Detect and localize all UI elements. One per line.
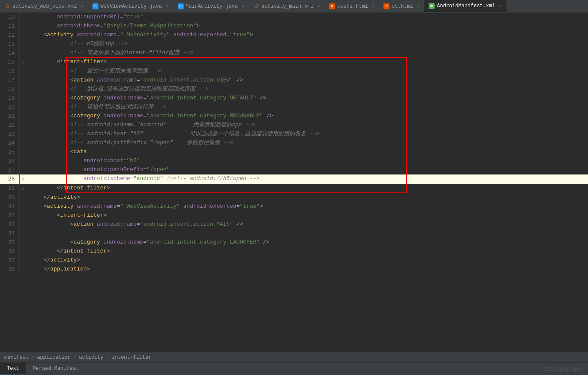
tab-bar: ⬡ activity_web_view.xml ✕ C WebViewActiv… xyxy=(0,0,588,13)
tab-text-label: Text xyxy=(7,366,19,372)
gutter xyxy=(19,94,27,103)
line-number: 11 xyxy=(0,22,19,31)
tab-close-icon[interactable]: ✕ xyxy=(81,3,84,9)
breadcrumb-item: manifest xyxy=(4,355,29,360)
table-row: 14 <!-- 需要添加下面的intent-filter配置 --> xyxy=(0,49,588,58)
code-line xyxy=(27,229,588,238)
tab-mainactivity[interactable]: C MainActivity.java ✕ xyxy=(173,0,249,13)
tab-activity-main[interactable]: ⬡ activity_main.xml ✕ xyxy=(249,0,325,13)
gutter xyxy=(19,229,27,238)
table-row: 15 ◇ <intent-filter> xyxy=(0,58,588,67)
code-line: <!-- h5跳转app --> xyxy=(27,40,588,49)
line-number: 15 xyxy=(0,58,19,67)
gutter xyxy=(19,193,27,202)
code-line: <!-- 需要添加下面的intent-filter配置 --> xyxy=(27,49,588,58)
table-row: 27 android:pathPrefix="/open" xyxy=(0,166,588,174)
tab-close-icon[interactable]: ✕ xyxy=(417,3,420,9)
line-number: 23 xyxy=(0,130,19,139)
line-number: 36 xyxy=(0,247,19,256)
code-line: <intent-filter> xyxy=(27,58,588,67)
line-number: 25 xyxy=(0,148,19,157)
gutter xyxy=(19,139,27,148)
gutter xyxy=(19,103,27,112)
table-row: 34 xyxy=(0,229,588,238)
tab-androidmanifest[interactable]: MF AndroidManifest.xml ✕ xyxy=(424,0,506,13)
table-row: 25 <data xyxy=(0,148,588,157)
gutter: ◇ xyxy=(19,174,27,184)
table-row: 30 </activity> xyxy=(0,193,588,202)
tab-close-icon[interactable]: ✕ xyxy=(372,3,375,9)
gutter xyxy=(19,202,27,211)
line-number: 24 xyxy=(0,139,19,148)
table-row: 31 <activity android:name=".WebViewActiv… xyxy=(0,202,588,211)
manifest-icon: MF xyxy=(429,3,435,9)
tab-close-icon[interactable]: ✕ xyxy=(166,3,169,9)
table-row: 24 <!-- android:pathPrefix="/open" 参数路径前… xyxy=(0,139,588,148)
code-line: <!-- android:host="h5" 可以当成是一个域名，这边建议使用应… xyxy=(27,130,588,139)
table-row: 36 </intent-filter> xyxy=(0,247,588,256)
line-number: 10 xyxy=(0,13,19,22)
line-number: 14 xyxy=(0,49,19,58)
tab-close-icon[interactable]: ✕ xyxy=(499,3,502,9)
table-row: 10 android:supportsRtl="true" xyxy=(0,13,588,22)
line-number: 19 xyxy=(0,94,19,103)
gutter xyxy=(19,76,27,85)
tab-label: MainActivity.java xyxy=(186,3,238,9)
code-line: android:theme="@style/Theme.MyApplicatio… xyxy=(27,22,588,31)
gutter: ◇ xyxy=(19,184,27,193)
tab-close-icon[interactable]: ✕ xyxy=(317,3,320,9)
gutter xyxy=(19,247,27,256)
code-container: 10 android:supportsRtl="true" 11 android… xyxy=(0,13,588,274)
code-table: 10 android:supportsRtl="true" 11 android… xyxy=(0,13,588,274)
gutter xyxy=(19,67,27,76)
line-number: 21 xyxy=(0,112,19,121)
gutter xyxy=(19,121,27,130)
gutter xyxy=(19,157,27,166)
tab-close-icon[interactable]: ✕ xyxy=(242,3,245,9)
html-icon: H xyxy=(329,3,335,9)
tab-merged-manifest-label: Merged Manifest xyxy=(33,366,79,372)
code-line: <action android:name="android.intent.act… xyxy=(27,76,588,85)
line-number: 38 xyxy=(0,265,19,274)
code-line: <!-- android:scheme="android" 用来辨别启动的app… xyxy=(27,121,588,130)
line-number: 17 xyxy=(0,76,19,85)
code-line: android:host="h5" xyxy=(27,157,588,166)
table-row: 13 <!-- h5跳转app --> xyxy=(0,40,588,49)
code-line: </activity> xyxy=(27,256,588,265)
table-row: 38 </application> xyxy=(0,265,588,274)
watermark: CSDN @AaVictory. xyxy=(543,366,588,372)
gutter xyxy=(19,211,27,220)
code-line: <category android:name="android.intent.c… xyxy=(27,238,588,247)
table-row: 26 android:host="h5" xyxy=(0,157,588,166)
code-editor[interactable]: 10 android:supportsRtl="true" 11 android… xyxy=(0,13,588,352)
java-icon: C xyxy=(92,3,98,9)
gutter xyxy=(19,85,27,94)
table-row: 11 android:theme="@style/Theme.MyApplica… xyxy=(0,22,588,31)
tab-activity-web-view[interactable]: ⬡ activity_web_view.xml ✕ xyxy=(0,0,88,13)
table-row: 19 <category android:name="android.inten… xyxy=(0,94,588,103)
table-row: 23 <!-- android:host="h5" 可以当成是一个域名，这边建议… xyxy=(0,130,588,139)
table-row: 32 <intent-filter> xyxy=(0,211,588,220)
code-line: <intent-filter> xyxy=(27,211,588,220)
tab-cs-html[interactable]: H cs.html ✕ xyxy=(379,0,424,13)
code-line: </intent-filter> xyxy=(27,247,588,256)
gutter xyxy=(19,148,27,157)
table-row: 21 <category android:name="android.inten… xyxy=(0,112,588,121)
tab-label: cs.html xyxy=(392,3,413,9)
tab-ceshi-html[interactable]: H ceshi.html ✕ xyxy=(325,0,380,13)
breadcrumb-item: activity xyxy=(79,355,104,360)
tab-label: activity_web_view.xml xyxy=(12,3,77,9)
line-number: 32 xyxy=(0,211,19,220)
tab-label: AndroidManifest.xml xyxy=(437,3,495,9)
tab-merged-manifest[interactable]: Merged Manifest xyxy=(26,363,86,375)
line-number: 35 xyxy=(0,238,19,247)
breadcrumb-bar: manifest › application › activity › inte… xyxy=(0,352,588,362)
code-line: <!-- 该组件可以通过浏览器打开 --> xyxy=(27,103,588,112)
tab-webview-activity[interactable]: C WebViewActivity.java ✕ xyxy=(88,0,173,13)
code-line: android:supportsRtl="true" xyxy=(27,13,588,22)
gutter: ◇ xyxy=(19,58,27,67)
gutter xyxy=(19,13,27,22)
xml-icon: ⬡ xyxy=(4,3,10,9)
breadcrumb-separator: › xyxy=(32,355,35,360)
tab-text[interactable]: Text xyxy=(0,363,26,375)
